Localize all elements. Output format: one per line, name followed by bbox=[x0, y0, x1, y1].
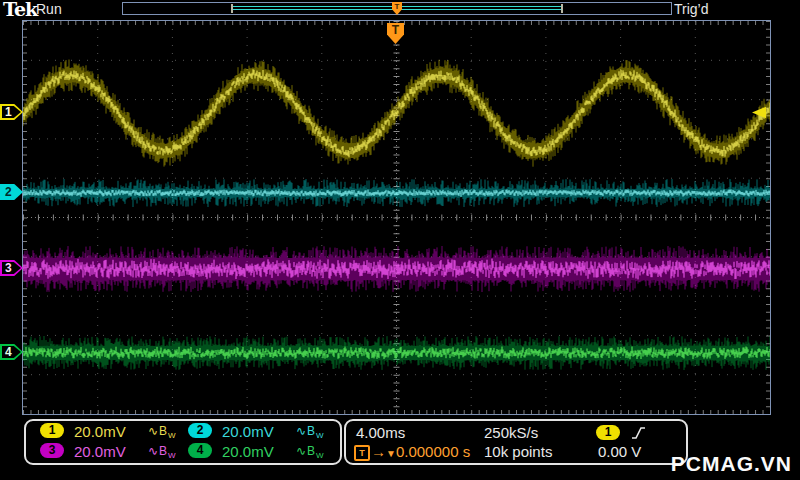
channel-2-coupling-bw-icon: ∿BW bbox=[296, 423, 325, 440]
channel-4-marker[interactable]: 4 bbox=[0, 344, 23, 360]
channel-1-marker-label: 1 bbox=[5, 106, 12, 118]
caret-down-icon: ▼ bbox=[386, 448, 396, 459]
trigger-source-badge[interactable]: 1 bbox=[596, 425, 620, 440]
channel-3-badge[interactable]: 3 bbox=[40, 443, 64, 458]
channel-4-marker-label: 4 bbox=[5, 346, 12, 358]
channel-4-scale: 20.0mV bbox=[222, 443, 274, 460]
channel-4-coupling-bw-icon: ∿BW bbox=[296, 443, 325, 460]
acquisition-status: Run bbox=[36, 1, 62, 17]
channel-1-scale: 20.0mV bbox=[74, 423, 126, 440]
channel-1-badge[interactable]: 1 bbox=[40, 423, 64, 438]
record-window-bracket-right bbox=[561, 4, 563, 13]
rising-edge-icon bbox=[630, 425, 646, 441]
channel-2-marker[interactable]: 2 bbox=[0, 184, 23, 200]
waveform-display bbox=[23, 21, 770, 414]
sample-rate: 250kS/s bbox=[484, 424, 538, 441]
channel-4-badge[interactable]: 4 bbox=[188, 443, 212, 458]
watermark: PCMAG.VN bbox=[671, 452, 792, 476]
tek-logo: Tek bbox=[3, 0, 37, 20]
record-length: 10k points bbox=[484, 443, 552, 460]
channel-3-scale: 20.0mV bbox=[74, 443, 126, 460]
trigger-level[interactable]: 0.00 V bbox=[598, 443, 641, 460]
channel-3-marker[interactable]: 3 bbox=[0, 260, 23, 276]
channel-1-coupling-bw-icon: ∿BW bbox=[148, 423, 177, 440]
channel-1-marker[interactable]: 1 bbox=[0, 104, 23, 120]
channel-readout-box: 1 20.0mV ∿BW 2 20.0mV ∿BW 3 20.0mV ∿BW 4… bbox=[24, 419, 342, 465]
graticule bbox=[22, 20, 771, 415]
oscilloscope-screen: Tek Run T Trig’d 1 2 3 4 T 1 20.0mV ∿BW … bbox=[0, 0, 800, 480]
trigger-delay-readout[interactable]: T→▼0.000000 s bbox=[354, 443, 470, 460]
record-view-bar[interactable]: T bbox=[122, 2, 672, 15]
timebase-scale[interactable]: 4.00ms bbox=[356, 424, 405, 441]
channel-2-badge[interactable]: 2 bbox=[188, 423, 212, 438]
timebase-trigger-readout-box: 4.00ms 250kS/s 1 T→▼0.000000 s 10k point… bbox=[344, 419, 688, 465]
arrow-right-icon: → bbox=[371, 443, 386, 460]
record-window-bracket-left bbox=[231, 4, 233, 13]
trigger-t-icon: T bbox=[354, 445, 370, 461]
channel-2-scale: 20.0mV bbox=[222, 423, 274, 440]
channel-3-coupling-bw-icon: ∿BW bbox=[148, 443, 177, 460]
channel-2-marker-label: 2 bbox=[5, 186, 12, 198]
trigger-position-mini-marker[interactable]: T bbox=[392, 2, 402, 15]
channel-3-marker-label: 3 bbox=[5, 262, 12, 274]
trigger-status: Trig’d bbox=[674, 1, 709, 17]
